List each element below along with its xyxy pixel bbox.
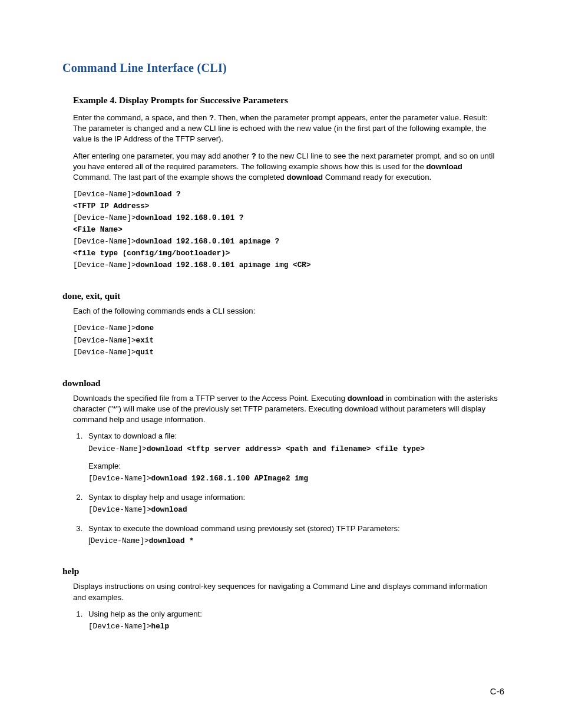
cli-line: [Device-Name]>download 192.168.1.100 API…: [88, 473, 501, 484]
text: After entering one parameter, you may ad…: [73, 151, 252, 160]
cli-output: <TFTP IP Address>: [73, 201, 501, 212]
page-number: C-6: [490, 686, 504, 696]
cli-prompt: [Device-Name]>: [88, 474, 151, 483]
cli-line: [Device-Name]>exit: [73, 335, 501, 346]
cli-command: download <tftp server address> <path and…: [147, 444, 425, 453]
done-heading: done, exit, quit: [62, 291, 501, 301]
cli-command: download 192.168.0.101 ?: [136, 213, 244, 222]
done-p1: Each of the following commands ends a CL…: [73, 306, 501, 317]
cli-command: help: [151, 622, 169, 631]
text: Downloads the specified file from a TFTP…: [73, 394, 348, 403]
cli-command: exit: [136, 336, 154, 345]
cli-command: download ?: [136, 190, 181, 199]
cli-command: download 192.168.0.101 apimage img <CR>: [136, 261, 311, 269]
list-item: Using help as the only argument: [Device…: [85, 609, 501, 632]
example4-p2: After entering one parameter, you may ad…: [73, 151, 501, 183]
cli-prompt: Device-Name]>: [91, 536, 149, 545]
cli-prompt: [Device-Name]>: [73, 190, 136, 199]
example-label: Example:: [88, 461, 501, 472]
cli-line: [Device-Name]>help: [88, 621, 501, 632]
li-text: Syntax to download a file:: [88, 431, 177, 440]
download-word: download: [426, 162, 462, 171]
cli-prompt: [Device-Name]>: [73, 213, 136, 222]
cli-command: download 192.168.0.101 apimage ?: [136, 237, 280, 246]
text: Enter the command, a space, and then: [73, 113, 209, 122]
li-text: Syntax to display help and usage informa…: [88, 493, 245, 502]
list-item: Syntax to display help and usage informa…: [85, 492, 501, 515]
cli-prompt: [Device-Name]>: [73, 336, 136, 345]
cli-line: [Device-Name]>quit: [73, 347, 501, 358]
download-p1: Downloads the specified file from a TFTP…: [73, 393, 501, 426]
cli-line: [Device-Name]>download 192.168.0.101 ?: [73, 212, 501, 223]
question-mark: ?: [252, 151, 256, 160]
cli-line: [Device-Name]>download: [88, 504, 501, 515]
cli-prompt: [Device-Name]>: [73, 324, 136, 332]
cli-line: [Device-Name]>download 192.168.0.101 api…: [73, 259, 501, 271]
question-mark: ?: [209, 113, 214, 122]
cli-prompt: [Device-Name]>: [73, 348, 136, 357]
li-text: Syntax to execute the download command u…: [88, 524, 400, 533]
download-word: download: [287, 173, 323, 182]
cli-command: download: [151, 505, 187, 514]
help-list: Using help as the only argument: [Device…: [73, 609, 501, 632]
cli-command: done: [136, 324, 154, 332]
help-p1: Displays instructions on using control-k…: [73, 581, 501, 602]
cli-prompt: [Device-Name]>: [73, 261, 136, 269]
cli-line: [Device-Name]>done: [73, 322, 501, 334]
example4-p1: Enter the command, a space, and then ?. …: [73, 113, 501, 145]
example4-heading: Example 4. Display Prompts for Successiv…: [73, 95, 501, 106]
download-heading: download: [62, 378, 501, 388]
cli-line: Device-Name]>download <tftp server addre…: [88, 443, 501, 454]
text: Command. The last part of the example sh…: [73, 173, 287, 182]
cli-command: quit: [136, 348, 154, 357]
cli-command: download 192.168.1.100 APImage2 img: [151, 474, 308, 483]
cli-prompt: [Device-Name]>: [88, 622, 151, 631]
download-list: Syntax to download a file: Device-Name]>…: [73, 431, 501, 546]
text: Command ready for execution.: [323, 173, 431, 182]
cli-output: <File Name>: [73, 225, 501, 235]
cli-line: [Device-Name]>download ?: [73, 189, 501, 200]
cli-prompt: Device-Name]>: [88, 444, 147, 453]
cli-prompt: [Device-Name]>: [73, 237, 136, 246]
cli-prompt: [Device-Name]>: [88, 505, 151, 514]
cli-line: [Device-Name]>download *: [88, 535, 501, 546]
li-text: Using help as the only argument:: [88, 610, 202, 618]
help-heading: help: [62, 566, 501, 577]
list-item: Syntax to execute the download command u…: [85, 523, 501, 546]
cli-command: download *: [149, 536, 194, 545]
page-title: Command Line Interface (CLI): [62, 61, 501, 75]
list-item: Syntax to download a file: Device-Name]>…: [85, 431, 501, 483]
cli-line: [Device-Name]>download 192.168.0.101 api…: [73, 236, 501, 247]
cli-output: <file type (config/img/bootloader)>: [73, 248, 501, 259]
download-word: download: [348, 394, 384, 403]
